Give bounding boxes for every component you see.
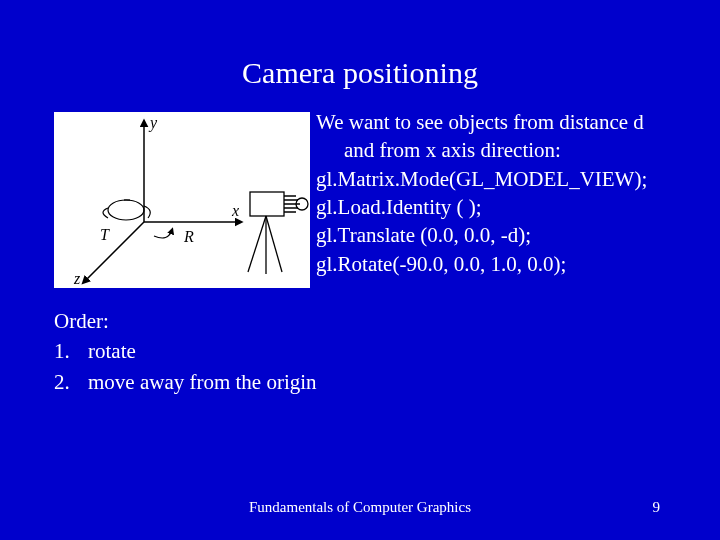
- slide-title: Camera positioning: [0, 0, 720, 90]
- code-line-4: gl.Rotate(-90.0, 0.0, 1.0, 0.0);: [316, 250, 647, 278]
- order-item-2-text: move away from the origin: [88, 370, 317, 394]
- y-axis-label: y: [148, 114, 158, 132]
- svg-line-8: [266, 216, 282, 272]
- order-item-1-num: 1.: [54, 336, 88, 366]
- object-T-label: T: [100, 226, 110, 243]
- rotation-R-label: R: [183, 228, 194, 245]
- footer-text: Fundamentals of Computer Graphics: [0, 499, 720, 516]
- content-row: y x z T R We want to see objects from di…: [0, 112, 720, 288]
- svg-line-2: [84, 222, 144, 282]
- order-block: Order: 1.rotate 2.move away from the ori…: [0, 306, 720, 397]
- z-axis-label: z: [73, 270, 81, 287]
- order-heading: Order:: [54, 306, 720, 336]
- svg-point-3: [108, 200, 144, 220]
- order-item-1: 1.rotate: [54, 336, 720, 366]
- svg-rect-5: [250, 192, 284, 216]
- code-line-2: gl.Load.Identity ( );: [316, 193, 647, 221]
- order-item-1-text: rotate: [88, 339, 136, 363]
- x-axis-label: x: [231, 202, 239, 219]
- description-text: We want to see objects from distance d a…: [316, 108, 647, 278]
- code-line-3: gl.Translate (0.0, 0.0, -d);: [316, 221, 647, 249]
- axes-diagram: y x z T R: [54, 112, 310, 288]
- slide: Camera positioning: [0, 0, 720, 540]
- intro-line-1: We want to see objects from distance d: [316, 108, 647, 136]
- intro-line-2: and from x axis direction:: [316, 136, 647, 164]
- svg-line-7: [248, 216, 266, 272]
- order-item-2-num: 2.: [54, 367, 88, 397]
- code-line-1: gl.Matrix.Mode(GL_MODEL_VIEW);: [316, 165, 647, 193]
- order-item-2: 2.move away from the origin: [54, 367, 720, 397]
- page-number: 9: [653, 499, 661, 516]
